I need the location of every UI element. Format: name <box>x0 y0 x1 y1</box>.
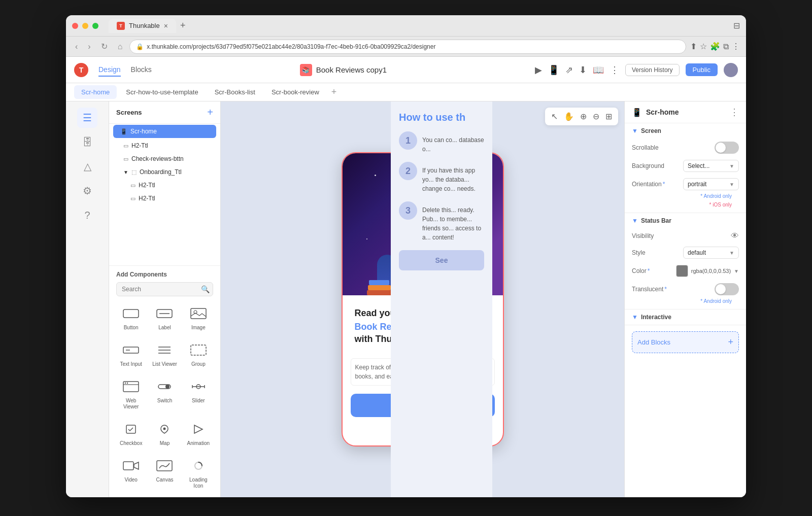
orientation-select[interactable]: portrait ▼ <box>683 178 739 190</box>
component-switch[interactable]: Switch <box>150 374 179 413</box>
bookmark-icon[interactable]: ☆ <box>700 42 707 51</box>
props-section-interactive-header[interactable]: ▼ Interactive <box>625 309 746 325</box>
home-button[interactable]: ⌂ <box>115 40 126 53</box>
color-label: Color <box>632 267 672 274</box>
addressbar: ‹ › ↻ ⌂ 🔒 x.thunkable.com/projects/63d77… <box>66 37 746 57</box>
device-preview-icon[interactable]: 📱 <box>548 64 559 76</box>
how-to-step-3: 3 Delete this... ready. Pub... to membe.… <box>399 201 484 242</box>
canvas-fit-tool[interactable]: ⊞ <box>603 110 614 123</box>
color-swatch[interactable] <box>676 265 688 277</box>
scrollable-toggle[interactable] <box>715 142 739 154</box>
text-input-component-icon <box>121 341 141 359</box>
close-window-button[interactable] <box>72 23 78 29</box>
tree-item-h2-ttl-3[interactable]: ▭ H2-Ttl <box>109 192 220 205</box>
svg-rect-24 <box>123 462 133 470</box>
canvas-zoom-out-tool[interactable]: ⊖ <box>591 110 601 123</box>
tab-scr-how-to[interactable]: Scr-how-to-use-template <box>119 85 205 99</box>
sidebar-icon-settings[interactable]: ⚙ <box>77 181 97 201</box>
props-orientation-row: Orientation portrait ▼ <box>625 175 746 193</box>
list-viewer-component-icon <box>154 341 175 359</box>
nav-design[interactable]: Design <box>98 63 121 77</box>
extensions-icon[interactable]: 🧩 <box>710 42 720 51</box>
component-loading-icon[interactable]: Loading Icon <box>184 454 213 492</box>
split-view-icon[interactable]: ⧉ <box>723 42 729 51</box>
download-icon[interactable]: ⬇ <box>579 64 587 76</box>
orientation-control: portrait ▼ <box>683 178 739 190</box>
see-more-button[interactable]: See <box>399 250 484 270</box>
sidebar-icon-layers[interactable]: ☰ <box>77 108 97 128</box>
component-button[interactable]: Button <box>116 301 146 334</box>
props-more-button[interactable]: ⋮ <box>730 107 739 118</box>
component-slider[interactable]: Slider <box>184 374 213 413</box>
props-section-statusbar-header[interactable]: ▼ Status Bar <box>625 213 746 228</box>
run-button[interactable]: ▶ <box>535 64 542 76</box>
tab-scr-home[interactable]: Scr-home <box>74 85 117 99</box>
version-history-button[interactable]: Version History <box>625 64 680 76</box>
background-select[interactable]: Select... ▼ <box>683 160 739 172</box>
user-avatar[interactable] <box>724 63 738 77</box>
tab-scr-book-review[interactable]: Scr-book-review <box>264 85 326 99</box>
button-component-label: Button <box>124 325 139 331</box>
switch-component-icon <box>154 377 175 396</box>
component-search-input[interactable] <box>122 286 198 293</box>
sidebar-icon-help[interactable]: ? <box>77 205 97 225</box>
browser-tab-thunkable[interactable]: T Thunkable × <box>109 19 176 33</box>
props-section-screen-header[interactable]: ▼ Screen <box>625 123 746 139</box>
component-list-viewer[interactable]: List Viewer <box>150 338 179 370</box>
maximize-window-button[interactable] <box>92 23 98 29</box>
component-group[interactable]: Group <box>184 338 213 370</box>
nav-blocks[interactable]: Blocks <box>131 63 152 77</box>
tab-close-button[interactable]: × <box>164 22 168 30</box>
reload-button[interactable]: ↻ <box>98 40 111 53</box>
props-title: Scr-home <box>646 108 730 116</box>
slider-component-label: Slider <box>192 398 205 404</box>
canvas-zoom-in-tool[interactable]: ⊕ <box>578 110 589 123</box>
tab-title: Thunkable <box>129 22 160 29</box>
minimize-window-button[interactable] <box>82 23 88 29</box>
component-label[interactable]: Label <box>150 301 179 334</box>
group-component-icon <box>188 341 209 359</box>
more-options-icon[interactable]: ⋮ <box>732 42 740 51</box>
canvas-select-tool[interactable]: ↖ <box>549 110 560 123</box>
new-tab-button[interactable]: + <box>176 20 190 31</box>
tree-item-label: H2-Ttl <box>139 182 155 189</box>
tab-scr-books-list[interactable]: Scr-Books-list <box>208 85 262 99</box>
component-video[interactable]: Video <box>116 454 146 492</box>
style-value: default <box>688 249 706 256</box>
group-icon: ⬚ <box>131 169 137 176</box>
back-button[interactable]: ‹ <box>72 40 81 53</box>
add-screen-button[interactable]: + <box>207 107 213 118</box>
window-minimize-icon[interactable]: ⊟ <box>733 21 740 30</box>
style-select[interactable]: default ▼ <box>683 247 739 259</box>
translucent-toggle[interactable] <box>715 283 739 295</box>
sidebar-icon-variables[interactable]: △ <box>77 156 97 177</box>
component-search-box[interactable]: 🔍 <box>116 282 213 296</box>
share-icon[interactable]: ⬆ <box>690 42 697 51</box>
tree-item-label: H2-Ttl <box>131 142 148 149</box>
component-map[interactable]: Map <box>150 417 179 450</box>
tree-item-onboarding-ttl[interactable]: ▼ ⬚ Onboarding_Ttl <box>109 165 220 179</box>
tree-item-scr-home[interactable]: 📱 Scr-home <box>113 125 216 138</box>
tree-item-h2-ttl-2[interactable]: ▭ H2-Ttl <box>109 179 220 192</box>
public-button[interactable]: Public <box>686 63 718 76</box>
add-screen-tab-button[interactable]: + <box>328 87 340 97</box>
book-icon[interactable]: 📖 <box>593 64 604 76</box>
add-blocks-button[interactable]: Add Blocks + <box>632 331 739 353</box>
tree-item-check-reviews-bttn[interactable]: ▭ Check-reviews-bttn <box>109 152 220 165</box>
component-checkbox[interactable]: Checkbox <box>116 417 146 450</box>
component-image[interactable]: Image <box>184 301 213 334</box>
component-web-viewer[interactable]: Web Viewer <box>116 374 146 413</box>
more-actions-icon[interactable]: ⋮ <box>610 64 619 76</box>
web-viewer-component-label: Web Viewer <box>118 398 144 410</box>
canvas-hand-tool[interactable]: ✋ <box>562 110 576 123</box>
forward-button[interactable]: › <box>85 40 93 53</box>
sidebar-icon-database[interactable]: 🗄 <box>77 132 97 152</box>
component-text-input[interactable]: Text Input <box>116 338 146 370</box>
component-canvas[interactable]: Canvas <box>150 454 179 492</box>
component-animation[interactable]: Animation <box>184 417 213 450</box>
visibility-eye-icon[interactable]: 👁 <box>731 231 739 240</box>
tree-item-h2-ttl-1[interactable]: ▭ H2-Ttl <box>109 139 220 152</box>
url-bar[interactable]: 🔒 x.thunkable.com/projects/63d779ed5f075… <box>129 40 686 54</box>
orientation-label: Orientation <box>632 181 679 188</box>
share-project-icon[interactable]: ⇗ <box>565 64 573 76</box>
